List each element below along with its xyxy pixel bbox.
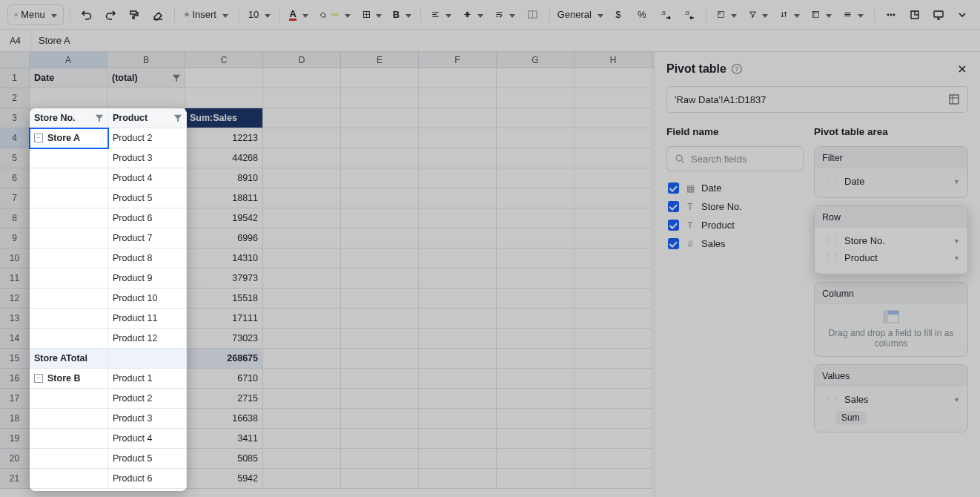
cell[interactable] [419,208,497,228]
cell[interactable] [341,389,419,409]
cell[interactable] [341,289,419,309]
cell[interactable] [419,449,497,469]
text-color-button[interactable]: A [286,4,311,25]
currency-button[interactable]: $ [608,4,629,25]
cell[interactable]: Product 8 [107,249,185,269]
cell[interactable]: Date [30,68,107,88]
cell[interactable]: 12213 [185,128,263,148]
wrap-button[interactable] [491,4,520,25]
cell[interactable] [575,88,652,108]
area-chip[interactable]: ⋮⋮Product▾ [819,249,963,266]
cell[interactable]: Product 5 [107,449,185,469]
cell[interactable] [419,289,497,309]
chevron-down-icon[interactable]: ▾ [955,254,959,262]
help-icon[interactable]: ? [731,63,743,75]
cell[interactable] [341,449,419,469]
aggregation-tag[interactable]: Sum [835,411,866,424]
cell[interactable] [30,208,107,228]
cell[interactable] [30,389,107,409]
cell[interactable] [263,108,341,128]
cell[interactable] [497,449,575,469]
area-column[interactable]: Column Drag and drop a field to fill in … [814,282,968,357]
cell[interactable] [575,469,652,489]
filter-icon[interactable] [171,73,182,83]
cell[interactable] [575,108,652,128]
cell[interactable] [497,128,575,148]
cell[interactable]: Store ATotal [30,349,107,369]
cell[interactable]: Product 2 [107,389,185,409]
merge-button[interactable] [523,4,543,25]
cell[interactable]: 6710 [185,369,263,389]
cell[interactable]: 19542 [185,208,263,228]
cell[interactable] [575,369,652,389]
area-chip[interactable]: ⋮⋮Date▾ [819,173,963,190]
cell[interactable] [497,88,575,108]
cell[interactable] [419,188,497,208]
cell[interactable] [263,128,341,148]
clear-format-button[interactable] [148,4,168,25]
cell[interactable] [30,429,107,449]
cell[interactable]: Product 6 [107,469,185,489]
cell[interactable] [30,289,107,309]
range-picker-icon[interactable] [948,93,960,105]
cell[interactable] [419,429,497,449]
redo-button[interactable] [100,4,121,25]
cell[interactable]: 268675 [185,349,263,369]
cell[interactable] [263,148,341,168]
cell[interactable] [575,208,652,228]
cell[interactable] [341,148,419,168]
cell[interactable]: Product 3 [107,148,185,168]
cell[interactable] [263,449,341,469]
cell[interactable] [419,148,497,168]
cell[interactable]: −Store B [30,369,107,389]
cell[interactable]: Product 10 [107,289,185,309]
cell[interactable]: Product 2 [107,128,185,148]
cell[interactable] [107,349,185,369]
cell[interactable]: 15518 [185,289,263,309]
cell[interactable] [263,289,341,309]
cell[interactable] [341,329,419,349]
cell[interactable]: 16638 [185,409,263,429]
cell[interactable] [575,389,652,409]
area-filter[interactable]: Filter ⋮⋮Date▾ [814,146,968,198]
col-header-A[interactable]: A [30,52,107,68]
cell[interactable] [575,148,652,168]
cell[interactable] [575,429,652,449]
grid-body[interactable]: 1 Date (total) 2 3 Store No. Product Sum… [0,68,654,497]
cell[interactable]: 5942 [185,469,263,489]
cell[interactable] [263,68,341,88]
h-align-button[interactable] [427,4,456,25]
cell[interactable] [341,429,419,449]
pivot-row-header[interactable]: Store No. [30,108,107,128]
cell[interactable] [497,469,575,489]
cell[interactable] [419,469,497,489]
cell[interactable] [575,168,652,188]
sort-button[interactable] [775,4,804,25]
cell[interactable] [497,429,575,449]
font-size-select[interactable]: 10 [245,4,274,25]
cell[interactable]: Product 12 [107,329,185,349]
cell[interactable] [107,88,185,108]
cell[interactable] [497,108,575,128]
range-input[interactable]: 'Raw Data'!A1:D1837 [666,86,968,113]
cell[interactable]: Product 11 [107,309,185,329]
cell[interactable] [419,349,497,369]
cell[interactable] [341,309,419,329]
cell[interactable] [575,188,652,208]
freeze-button[interactable] [839,4,868,25]
name-box[interactable]: A4 [0,30,31,51]
toolbar-toggle[interactable] [952,4,973,25]
cell[interactable]: Product 3 [107,409,185,429]
area-values[interactable]: Values ⋮⋮Sales▾ Sum [814,364,968,432]
cell[interactable] [30,449,107,469]
cell[interactable] [341,349,419,369]
cell[interactable] [575,449,652,469]
cell[interactable] [575,68,652,88]
number-format-select[interactable]: General [556,4,605,25]
cell[interactable] [341,469,419,489]
cell[interactable] [263,429,341,449]
area-chip[interactable]: ⋮⋮Sales▾ [819,391,963,408]
cell[interactable] [419,228,497,249]
cell[interactable] [419,269,497,289]
dec-inc-button[interactable]: .0 [655,4,676,25]
